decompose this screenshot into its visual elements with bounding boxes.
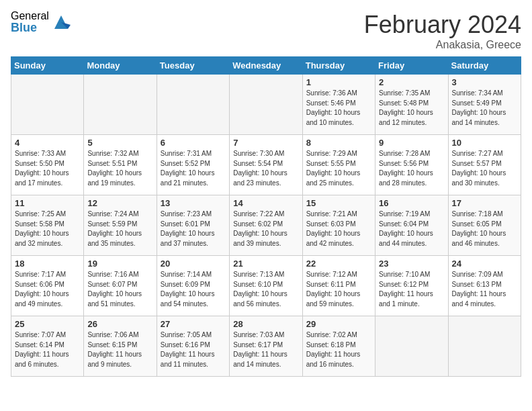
calendar-cell: 2Sunrise: 7:35 AM Sunset: 5:48 PM Daylig…: [375, 75, 448, 135]
calendar-cell: 27Sunrise: 7:05 AM Sunset: 6:16 PM Dayli…: [157, 316, 229, 377]
day-info: Sunrise: 7:14 AM Sunset: 6:09 PM Dayligh…: [161, 270, 226, 309]
day-header-thursday: Thursday: [302, 57, 375, 75]
day-info: Sunrise: 7:09 AM Sunset: 6:13 PM Dayligh…: [452, 270, 517, 309]
day-info: Sunrise: 7:18 AM Sunset: 6:05 PM Dayligh…: [452, 210, 517, 248]
day-header-sunday: Sunday: [11, 57, 84, 75]
day-number: 25: [15, 319, 80, 329]
calendar-cell: 10Sunrise: 7:27 AM Sunset: 5:57 PM Dayli…: [448, 135, 521, 195]
day-number: 11: [15, 198, 80, 208]
day-number: 21: [233, 259, 298, 269]
logo-icon: [52, 13, 71, 32]
day-info: Sunrise: 7:33 AM Sunset: 5:50 PM Dayligh…: [15, 149, 80, 188]
day-number: 3: [452, 77, 517, 87]
month-title: February 2024: [364, 11, 521, 39]
day-info: Sunrise: 7:05 AM Sunset: 6:16 PM Dayligh…: [161, 330, 226, 369]
calendar-cell: 4Sunrise: 7:33 AM Sunset: 5:50 PM Daylig…: [11, 135, 84, 195]
day-info: Sunrise: 7:31 AM Sunset: 5:52 PM Dayligh…: [161, 149, 226, 188]
day-number: 26: [87, 319, 152, 329]
day-info: Sunrise: 7:28 AM Sunset: 5:56 PM Dayligh…: [379, 149, 444, 188]
day-number: 9: [379, 138, 444, 148]
day-number: 14: [233, 198, 298, 208]
day-number: 28: [233, 319, 298, 329]
day-info: Sunrise: 7:07 AM Sunset: 6:14 PM Dayligh…: [15, 330, 80, 369]
day-header-wednesday: Wednesday: [230, 57, 302, 75]
day-info: Sunrise: 7:36 AM Sunset: 5:46 PM Dayligh…: [306, 89, 371, 128]
calendar-cell: 26Sunrise: 7:06 AM Sunset: 6:15 PM Dayli…: [84, 316, 157, 377]
calendar-cell: 18Sunrise: 7:17 AM Sunset: 6:06 PM Dayli…: [11, 256, 84, 316]
day-number: 27: [161, 319, 226, 329]
calendar-cell: [448, 316, 521, 377]
logo-text: General Blue: [11, 11, 49, 34]
day-info: Sunrise: 7:10 AM Sunset: 6:12 PM Dayligh…: [379, 270, 444, 309]
calendar-cell: 8Sunrise: 7:29 AM Sunset: 5:55 PM Daylig…: [302, 135, 375, 195]
week-row-4: 18Sunrise: 7:17 AM Sunset: 6:06 PM Dayli…: [11, 256, 521, 316]
day-info: Sunrise: 7:16 AM Sunset: 6:07 PM Dayligh…: [87, 270, 152, 309]
logo-general: General: [11, 11, 49, 21]
calendar-cell: 1Sunrise: 7:36 AM Sunset: 5:46 PM Daylig…: [302, 75, 375, 135]
calendar-cell: 24Sunrise: 7:09 AM Sunset: 6:13 PM Dayli…: [448, 256, 521, 316]
calendar-cell: [375, 316, 448, 377]
day-number: 16: [379, 198, 444, 208]
calendar-cell: 9Sunrise: 7:28 AM Sunset: 5:56 PM Daylig…: [375, 135, 448, 195]
calendar-cell: 28Sunrise: 7:03 AM Sunset: 6:17 PM Dayli…: [230, 316, 302, 377]
day-number: 1: [306, 77, 371, 87]
day-number: 23: [379, 259, 444, 269]
day-number: 13: [161, 198, 226, 208]
calendar-cell: 29Sunrise: 7:02 AM Sunset: 6:18 PM Dayli…: [302, 316, 375, 377]
day-info: Sunrise: 7:23 AM Sunset: 6:01 PM Dayligh…: [161, 210, 226, 248]
location-title: Anakasia, Greece: [364, 39, 521, 51]
calendar-cell: [84, 75, 157, 135]
day-info: Sunrise: 7:30 AM Sunset: 5:54 PM Dayligh…: [233, 149, 298, 188]
day-number: 12: [87, 198, 152, 208]
day-info: Sunrise: 7:21 AM Sunset: 6:03 PM Dayligh…: [306, 210, 371, 248]
week-row-3: 11Sunrise: 7:25 AM Sunset: 5:58 PM Dayli…: [11, 195, 521, 256]
logo-blue: Blue: [11, 21, 49, 34]
day-info: Sunrise: 7:13 AM Sunset: 6:10 PM Dayligh…: [233, 270, 298, 309]
calendar-cell: [157, 75, 229, 135]
week-row-5: 25Sunrise: 7:07 AM Sunset: 6:14 PM Dayli…: [11, 316, 521, 377]
calendar-cell: 7Sunrise: 7:30 AM Sunset: 5:54 PM Daylig…: [230, 135, 302, 195]
calendar-cell: 23Sunrise: 7:10 AM Sunset: 6:12 PM Dayli…: [375, 256, 448, 316]
day-header-friday: Friday: [375, 57, 448, 75]
day-number: 29: [306, 319, 371, 329]
title-area: February 2024 Anakasia, Greece: [364, 11, 521, 51]
day-number: 8: [306, 138, 371, 148]
calendar-cell: 21Sunrise: 7:13 AM Sunset: 6:10 PM Dayli…: [230, 256, 302, 316]
calendar-cell: 25Sunrise: 7:07 AM Sunset: 6:14 PM Dayli…: [11, 316, 84, 377]
day-number: 15: [306, 198, 371, 208]
day-info: Sunrise: 7:35 AM Sunset: 5:48 PM Dayligh…: [379, 89, 444, 128]
day-number: 10: [452, 138, 517, 148]
day-info: Sunrise: 7:17 AM Sunset: 6:06 PM Dayligh…: [15, 270, 80, 309]
day-number: 22: [306, 259, 371, 269]
day-number: 20: [161, 259, 226, 269]
calendar-cell: [230, 75, 302, 135]
calendar-cell: 3Sunrise: 7:34 AM Sunset: 5:49 PM Daylig…: [448, 75, 521, 135]
day-info: Sunrise: 7:32 AM Sunset: 5:51 PM Dayligh…: [87, 149, 152, 188]
day-number: 24: [452, 259, 517, 269]
day-info: Sunrise: 7:22 AM Sunset: 6:02 PM Dayligh…: [233, 210, 298, 248]
day-info: Sunrise: 7:06 AM Sunset: 6:15 PM Dayligh…: [87, 330, 152, 369]
calendar-cell: 5Sunrise: 7:32 AM Sunset: 5:51 PM Daylig…: [84, 135, 157, 195]
day-info: Sunrise: 7:02 AM Sunset: 6:18 PM Dayligh…: [306, 330, 371, 369]
day-info: Sunrise: 7:27 AM Sunset: 5:57 PM Dayligh…: [452, 149, 517, 188]
calendar-cell: 6Sunrise: 7:31 AM Sunset: 5:52 PM Daylig…: [157, 135, 229, 195]
week-row-1: 1Sunrise: 7:36 AM Sunset: 5:46 PM Daylig…: [11, 75, 521, 135]
day-info: Sunrise: 7:19 AM Sunset: 6:04 PM Dayligh…: [379, 210, 444, 248]
calendar-cell: 11Sunrise: 7:25 AM Sunset: 5:58 PM Dayli…: [11, 195, 84, 256]
day-header-monday: Monday: [84, 57, 157, 75]
day-header-tuesday: Tuesday: [157, 57, 229, 75]
day-number: 17: [452, 198, 517, 208]
day-number: 7: [233, 138, 298, 148]
day-info: Sunrise: 7:34 AM Sunset: 5:49 PM Dayligh…: [452, 89, 517, 128]
week-row-2: 4Sunrise: 7:33 AM Sunset: 5:50 PM Daylig…: [11, 135, 521, 195]
day-number: 19: [87, 259, 152, 269]
day-number: 5: [87, 138, 152, 148]
page-header: General Blue February 2024 Anakasia, Gre…: [11, 11, 521, 51]
day-info: Sunrise: 7:03 AM Sunset: 6:17 PM Dayligh…: [233, 330, 298, 369]
calendar-table: SundayMondayTuesdayWednesdayThursdayFrid…: [11, 56, 521, 377]
day-info: Sunrise: 7:24 AM Sunset: 5:59 PM Dayligh…: [87, 210, 152, 248]
calendar-cell: [11, 75, 84, 135]
calendar-cell: 12Sunrise: 7:24 AM Sunset: 5:59 PM Dayli…: [84, 195, 157, 256]
calendar-cell: 14Sunrise: 7:22 AM Sunset: 6:02 PM Dayli…: [230, 195, 302, 256]
calendar-cell: 13Sunrise: 7:23 AM Sunset: 6:01 PM Dayli…: [157, 195, 229, 256]
